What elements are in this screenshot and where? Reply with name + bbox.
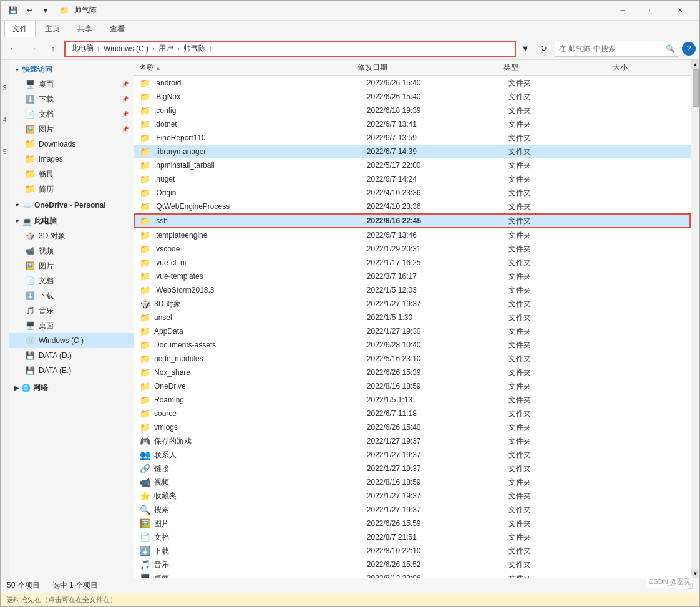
sidebar-item-downloads-folder[interactable]: 📁 Downloads [9, 137, 134, 152]
file-row[interactable]: 📁.vue-cli-ui2022/1/17 16:25文件夹 [134, 256, 691, 270]
undo-qat-button[interactable]: ↩ [22, 3, 37, 18]
col-type-header[interactable]: 类型 [503, 62, 613, 73]
search-box[interactable]: 🔍 [555, 41, 679, 57]
file-row[interactable]: ⬇️下载2022/8/10 22:10文件夹 [134, 544, 691, 558]
this-pc-icon: 💻 [22, 217, 32, 226]
file-row[interactable]: 🎲3D 对象2022/1/27 19:37文件夹 [134, 297, 691, 311]
col-size-header[interactable]: 大小 [613, 62, 686, 73]
file-row[interactable]: 📁Documents-assets2022/6/28 10:40文件夹 [134, 338, 691, 352]
file-row[interactable]: 📁ansel2022/1/5 1:30文件夹 [134, 311, 691, 324]
file-row[interactable]: 📁.FineReport1102022/6/7 13:59文件夹 [134, 131, 691, 145]
file-row[interactable]: 📁.config2022/6/18 19:39文件夹 [134, 104, 691, 117]
sidebar-item-data-e[interactable]: 💾 DATA (E:) [9, 363, 134, 378]
file-row[interactable]: 📁OneDrive2022/8/16 18:59文件夹 [134, 379, 691, 393]
file-row[interactable]: 👥联系人2022/1/27 19:37文件夹 [134, 448, 691, 462]
back-button[interactable]: ← [4, 40, 22, 57]
file-row[interactable]: 📹视频2022/8/16 18:59文件夹 [134, 475, 691, 489]
col-date-header[interactable]: 修改日期 [357, 62, 503, 73]
file-row[interactable]: 📁.npminstall_tarball2022/5/17 22:00文件夹 [134, 158, 691, 172]
sidebar-item-pics[interactable]: 🖼️ 图片 [9, 258, 134, 273]
scrollbar-thumb[interactable] [693, 69, 699, 107]
file-row[interactable]: 📁.vue-templates2022/3/7 16:17文件夹 [134, 270, 691, 283]
sidebar-item-jianli[interactable]: 📁 简历 [9, 182, 134, 197]
address-box[interactable]: 此电脑 › Windows (C:) › 用户 › 帅气陈 › [64, 41, 516, 57]
file-icon: 📁 [139, 339, 150, 351]
strip-num-4: 4 [3, 117, 7, 124]
file-row[interactable]: 🎮保存的游戏2022/1/27 19:37文件夹 [134, 434, 691, 448]
file-row[interactable]: 📁.QtWebEngineProcess2022/4/10 23:36文件夹 [134, 200, 691, 213]
tab-file[interactable]: 文件 [4, 21, 36, 37]
file-row[interactable]: 🖥️桌面2022/8/12 23:06文件夹 [134, 571, 691, 578]
sidebar-item-video[interactable]: 📹 视频 [9, 243, 134, 258]
file-row[interactable]: 📁.WebStorm2018.32022/1/5 12:03文件夹 [134, 283, 691, 297]
file-row[interactable]: 📁.vscode2022/1/29 20:31文件夹 [134, 242, 691, 256]
file-row[interactable]: 📁Roaming2022/1/5 1:13文件夹 [134, 393, 691, 407]
sidebar-item-images-folder[interactable]: 📁 images [9, 152, 134, 167]
sidebar-item-data-d[interactable]: 💾 DATA (D:) [9, 348, 134, 363]
sidebar-item-download-quick[interactable]: ⬇️ 下载 📌 [9, 92, 134, 107]
3d-icon: 🎲 [24, 230, 36, 241]
file-row[interactable]: 📁.ssh2022/8/16 22:45文件夹 [134, 213, 691, 228]
file-row[interactable]: 📁source2022/6/7 11:18文件夹 [134, 407, 691, 420]
minimize-button[interactable]: ─ [608, 1, 637, 21]
file-row[interactable]: 📁node_modules2022/5/16 23:10文件夹 [134, 352, 691, 366]
network-header[interactable]: ▶ 🌐 网络 [9, 381, 134, 395]
file-row[interactable]: 📁.Origin2022/4/10 23:36文件夹 [134, 186, 691, 200]
maximize-button[interactable]: □ [637, 1, 666, 21]
file-row[interactable]: 📁.android2022/6/26 15:40文件夹 [134, 76, 691, 90]
sidebar-item-3d[interactable]: 🎲 3D 对象 [9, 228, 134, 243]
save-qat-button[interactable]: 💾 [6, 3, 21, 18]
file-row[interactable]: 🖼️图片2022/6/26 15:59文件夹 [134, 517, 691, 530]
tab-share[interactable]: 共享 [69, 21, 100, 37]
file-row[interactable]: 📁AppData2022/1/27 19:30文件夹 [134, 324, 691, 338]
sidebar-label-desktop-quick: 桌面 [39, 79, 54, 90]
file-row[interactable]: 📁.BigNox2022/6/26 15:40文件夹 [134, 90, 691, 104]
search-input[interactable] [559, 44, 663, 53]
qat-dropdown-button[interactable]: ▼ [38, 3, 53, 18]
sidebar-item-docs-quick[interactable]: 📄 文档 📌 [9, 107, 134, 122]
this-pc-header[interactable]: ▼ 💻 此电脑 [9, 214, 134, 228]
sidebar-item-changchen[interactable]: 📁 畅晨 [9, 167, 134, 182]
tab-view[interactable]: 查看 [102, 21, 133, 37]
file-name: .QtWebEngineProcess [154, 202, 367, 211]
file-row[interactable]: 🎵音乐2022/6/26 15:52文件夹 [134, 558, 691, 571]
sidebar-item-pics-quick[interactable]: 🖼️ 图片 📌 [9, 122, 134, 137]
file-row[interactable]: 📁.librarymanager2022/6/7 14:39文件夹 [134, 145, 691, 158]
up-button[interactable]: ↑ [44, 40, 62, 57]
sidebar-label-windows-c: Windows (C:) [39, 336, 84, 345]
file-row[interactable]: 📁.templateengine2022/6/7 13:46文件夹 [134, 228, 691, 242]
file-icon: 📁 [139, 105, 150, 116]
tab-home[interactable]: 主页 [37, 21, 68, 37]
scrollbar-track[interactable] [693, 69, 699, 568]
file-type: 文件夹 [508, 532, 615, 543]
scrollbar-up-btn[interactable]: ▲ [691, 60, 700, 69]
file-row[interactable]: 📄文档2022/8/7 21:51文件夹 [134, 530, 691, 544]
refresh-button[interactable]: ↻ [535, 40, 552, 57]
file-row[interactable]: 🔍搜索2022/1/27 19:37文件夹 [134, 503, 691, 517]
file-row[interactable]: 📁Nox_share2022/6/26 15:39文件夹 [134, 366, 691, 379]
breadcrumb-this-pc[interactable]: 此电脑 [69, 42, 95, 54]
quick-access-header[interactable]: ▼ 快速访问 [9, 62, 134, 77]
file-row[interactable]: 📁.nuget2022/6/7 14:24文件夹 [134, 172, 691, 186]
sidebar-item-windows-c[interactable]: 💿 Windows (C:) [9, 333, 134, 348]
sidebar-item-desktop-pc[interactable]: 🖥️ 桌面 [9, 318, 134, 333]
file-row[interactable]: ⭐收藏夹2022/1/27 19:37文件夹 [134, 489, 691, 503]
sidebar-item-music[interactable]: 🎵 音乐 [9, 303, 134, 318]
breadcrumb-users[interactable]: 用户 [157, 42, 175, 54]
breadcrumb-windows-c[interactable]: Windows (C:) [102, 44, 150, 54]
file-row[interactable]: 📁.dotnet2022/6/7 13:41文件夹 [134, 117, 691, 131]
sidebar-item-docs[interactable]: 📄 文档 [9, 273, 134, 288]
sidebar-item-desktop-quick[interactable]: 🖥️ 桌面 📌 [9, 77, 134, 92]
close-button[interactable]: ✕ [666, 1, 694, 21]
sidebar-item-dl[interactable]: ⬇️ 下载 [9, 288, 134, 303]
col-name-header[interactable]: 名称 ▲ [139, 62, 357, 73]
file-icon: 📁 [139, 173, 150, 185]
forward-button[interactable]: → [24, 40, 42, 57]
file-date: 2022/6/7 13:41 [367, 120, 508, 129]
help-button[interactable]: ? [682, 42, 696, 56]
file-row[interactable]: 📁vmlogs2022/6/26 15:40文件夹 [134, 420, 691, 434]
onedrive-header[interactable]: ▼ ☁️ OneDrive - Personal [9, 199, 134, 211]
file-row[interactable]: 🔗链接2022/1/27 19:37文件夹 [134, 462, 691, 475]
breadcrumb-user[interactable]: 帅气陈 [182, 42, 208, 54]
address-dropdown-button[interactable]: ▼ [518, 40, 532, 57]
